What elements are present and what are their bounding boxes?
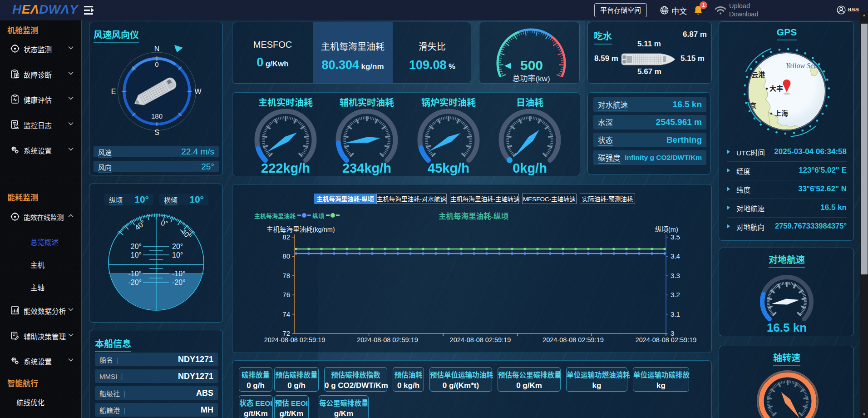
svg-text:10°: 10° [172,251,183,259]
svg-text:3.3: 3.3 [671,272,680,279]
svg-text:N: N [154,45,160,53]
svg-text:2024-08-08 02:59:19: 2024-08-08 02:59:19 [264,336,326,343]
svg-text:3.5: 3.5 [671,233,680,241]
svg-text:3.2: 3.2 [671,291,680,299]
svg-text:80: 80 [282,252,290,260]
svg-text:180: 180 [151,112,163,120]
svg-text:-20°: -20° [172,279,186,286]
svg-text:S: S [154,129,159,136]
svg-text:0°: 0° [160,219,168,228]
svg-text:78: 78 [282,272,290,279]
svg-text:3.4: 3.4 [671,252,680,260]
svg-text:大丰: 大丰 [769,85,783,92]
svg-text:总功率(kw): 总功率(kw) [512,75,550,83]
svg-text:76: 76 [282,291,290,299]
svg-text:2024-08-08 02:59:19: 2024-08-08 02:59:19 [542,336,604,343]
svg-text:Yellow Sea: Yellow Sea [786,62,817,70]
svg-text:3.1: 3.1 [671,310,680,318]
svg-text:2024-08-08 02:59:19: 2024-08-08 02:59:19 [636,336,697,343]
svg-text:-10°: -10° [172,270,186,278]
svg-text:20°: 20° [172,243,183,250]
svg-text:2024-08-08 02:59:19: 2024-08-08 02:59:19 [357,336,418,343]
svg-text:74: 74 [282,310,290,318]
svg-text:-40°: -40° [178,226,193,241]
svg-text:W: W [194,88,202,95]
svg-text:20°: 20° [131,243,142,250]
svg-text:500: 500 [520,58,543,73]
svg-text:0: 0 [155,60,158,68]
svg-text:2024-08-08 02:59:19: 2024-08-08 02:59:19 [450,336,511,343]
svg-text:上海: 上海 [774,109,788,117]
svg-text:82: 82 [282,233,290,241]
svg-text:E: E [111,88,116,95]
svg-text:-10°: -10° [128,270,142,278]
svg-text:10°: 10° [131,251,142,259]
svg-text:-20°: -20° [128,279,142,286]
